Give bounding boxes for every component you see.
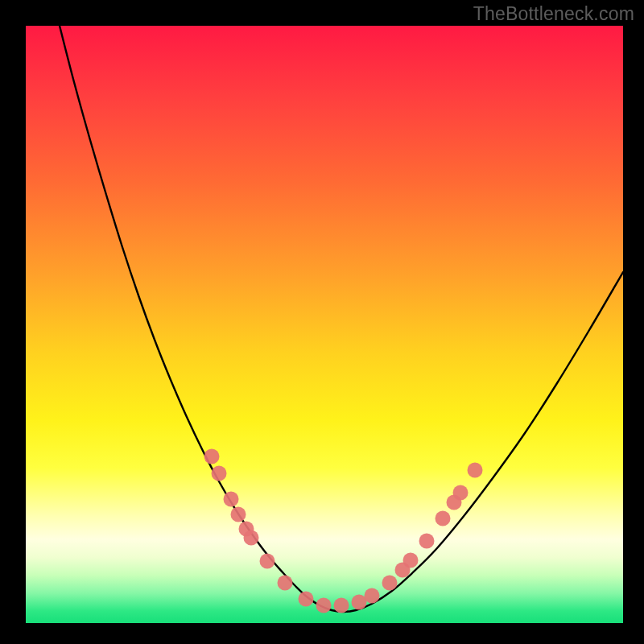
data-point <box>299 592 314 607</box>
data-point <box>316 598 332 613</box>
curve-layer <box>26 26 623 623</box>
watermark-text: TheBottleneck.com <box>473 3 634 25</box>
plot-area <box>26 26 623 623</box>
data-point <box>244 530 259 546</box>
highlighted-points <box>204 449 483 613</box>
data-point <box>334 598 349 613</box>
data-point <box>468 463 483 478</box>
chart-stage: TheBottleneck.com <box>0 0 644 644</box>
data-point <box>453 485 469 501</box>
data-point <box>365 588 380 604</box>
data-point <box>278 576 293 591</box>
data-point <box>212 466 227 481</box>
data-point <box>436 511 451 526</box>
data-point <box>419 534 435 549</box>
data-point <box>260 554 275 569</box>
bottleneck-curve <box>60 26 623 612</box>
data-point <box>231 507 246 522</box>
data-point <box>403 553 419 568</box>
data-point <box>224 492 239 507</box>
data-point <box>382 576 398 591</box>
data-point <box>204 449 220 464</box>
